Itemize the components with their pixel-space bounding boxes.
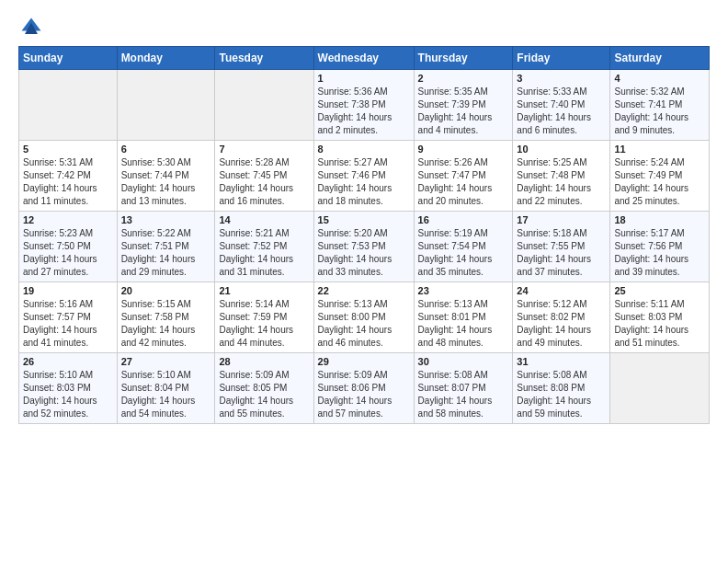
day-header-thursday: Thursday: [414, 47, 513, 70]
calendar-cell: 24Sunrise: 5:12 AM Sunset: 8:02 PM Dayli…: [513, 282, 610, 353]
day-info: Sunrise: 5:26 AM Sunset: 7:47 PM Dayligh…: [418, 156, 509, 208]
day-header-monday: Monday: [117, 47, 215, 70]
day-number: 7: [219, 144, 309, 155]
logo: [18, 15, 48, 40]
calendar-cell: 27Sunrise: 5:10 AM Sunset: 8:04 PM Dayli…: [117, 353, 215, 424]
day-number: 13: [121, 214, 211, 225]
day-number: 14: [219, 214, 309, 225]
day-number: 20: [121, 285, 211, 296]
calendar-cell: 16Sunrise: 5:19 AM Sunset: 7:54 PM Dayli…: [414, 212, 513, 282]
day-number: 25: [614, 285, 705, 296]
day-number: 24: [517, 285, 606, 296]
day-info: Sunrise: 5:24 AM Sunset: 7:49 PM Dayligh…: [614, 156, 705, 208]
calendar-cell: [215, 70, 313, 141]
day-number: 6: [121, 144, 211, 155]
day-info: Sunrise: 5:18 AM Sunset: 7:55 PM Dayligh…: [517, 227, 606, 279]
calendar-cell: 20Sunrise: 5:15 AM Sunset: 7:58 PM Dayli…: [117, 282, 215, 353]
calendar-cell: 12Sunrise: 5:23 AM Sunset: 7:50 PM Dayli…: [19, 212, 118, 282]
day-info: Sunrise: 5:21 AM Sunset: 7:52 PM Dayligh…: [219, 227, 309, 279]
calendar-cell: [610, 353, 710, 424]
day-header-saturday: Saturday: [610, 47, 710, 70]
day-number: 30: [418, 356, 509, 367]
calendar-cell: 7Sunrise: 5:28 AM Sunset: 7:45 PM Daylig…: [215, 141, 313, 212]
day-info: Sunrise: 5:36 AM Sunset: 7:38 PM Dayligh…: [318, 86, 410, 137]
day-number: 29: [318, 356, 410, 367]
day-info: Sunrise: 5:28 AM Sunset: 7:45 PM Dayligh…: [219, 156, 309, 208]
day-info: Sunrise: 5:33 AM Sunset: 7:40 PM Dayligh…: [517, 86, 606, 137]
day-number: 1: [318, 73, 410, 84]
day-info: Sunrise: 5:08 AM Sunset: 8:07 PM Dayligh…: [418, 369, 509, 420]
day-info: Sunrise: 5:13 AM Sunset: 8:01 PM Dayligh…: [418, 298, 509, 350]
calendar-cell: [19, 70, 118, 141]
calendar-cell: 10Sunrise: 5:25 AM Sunset: 7:48 PM Dayli…: [513, 141, 610, 212]
day-info: Sunrise: 5:17 AM Sunset: 7:56 PM Dayligh…: [614, 227, 705, 279]
week-row-5: 26Sunrise: 5:10 AM Sunset: 8:03 PM Dayli…: [19, 353, 710, 424]
day-number: 11: [614, 144, 705, 155]
calendar-cell: 14Sunrise: 5:21 AM Sunset: 7:52 PM Dayli…: [215, 212, 313, 282]
day-header-row: SundayMondayTuesdayWednesdayThursdayFrid…: [19, 47, 710, 70]
day-number: 21: [219, 285, 309, 296]
calendar-cell: 23Sunrise: 5:13 AM Sunset: 8:01 PM Dayli…: [414, 282, 513, 353]
calendar-cell: 22Sunrise: 5:13 AM Sunset: 8:00 PM Dayli…: [313, 282, 414, 353]
day-number: 27: [121, 356, 211, 367]
day-info: Sunrise: 5:15 AM Sunset: 7:58 PM Dayligh…: [121, 298, 211, 350]
day-number: 3: [517, 73, 606, 84]
calendar-cell: 2Sunrise: 5:35 AM Sunset: 7:39 PM Daylig…: [414, 70, 513, 141]
calendar-cell: 31Sunrise: 5:08 AM Sunset: 8:08 PM Dayli…: [513, 353, 610, 424]
page-header: [18, 15, 710, 40]
day-header-tuesday: Tuesday: [215, 47, 313, 70]
calendar-cell: 17Sunrise: 5:18 AM Sunset: 7:55 PM Dayli…: [513, 212, 610, 282]
calendar-cell: 8Sunrise: 5:27 AM Sunset: 7:46 PM Daylig…: [313, 141, 414, 212]
calendar-cell: 1Sunrise: 5:36 AM Sunset: 7:38 PM Daylig…: [313, 70, 414, 141]
day-info: Sunrise: 5:35 AM Sunset: 7:39 PM Dayligh…: [418, 86, 509, 137]
day-info: Sunrise: 5:20 AM Sunset: 7:53 PM Dayligh…: [318, 227, 410, 279]
day-number: 17: [517, 214, 606, 225]
calendar-cell: 13Sunrise: 5:22 AM Sunset: 7:51 PM Dayli…: [117, 212, 215, 282]
calendar-cell: 15Sunrise: 5:20 AM Sunset: 7:53 PM Dayli…: [313, 212, 414, 282]
day-header-sunday: Sunday: [19, 47, 118, 70]
day-info: Sunrise: 5:19 AM Sunset: 7:54 PM Dayligh…: [418, 227, 509, 279]
calendar-cell: 11Sunrise: 5:24 AM Sunset: 7:49 PM Dayli…: [610, 141, 710, 212]
day-info: Sunrise: 5:16 AM Sunset: 7:57 PM Dayligh…: [23, 298, 113, 350]
day-number: 28: [219, 356, 309, 367]
day-info: Sunrise: 5:23 AM Sunset: 7:50 PM Dayligh…: [23, 227, 113, 279]
calendar-cell: 29Sunrise: 5:09 AM Sunset: 8:06 PM Dayli…: [313, 353, 414, 424]
day-info: Sunrise: 5:09 AM Sunset: 8:05 PM Dayligh…: [219, 369, 309, 420]
day-number: 19: [23, 285, 113, 296]
day-number: 10: [517, 144, 606, 155]
day-number: 31: [517, 356, 606, 367]
day-info: Sunrise: 5:11 AM Sunset: 8:03 PM Dayligh…: [614, 298, 705, 350]
day-number: 23: [418, 285, 509, 296]
day-info: Sunrise: 5:08 AM Sunset: 8:08 PM Dayligh…: [517, 369, 606, 420]
day-number: 15: [318, 214, 410, 225]
day-number: 16: [418, 214, 509, 225]
week-row-4: 19Sunrise: 5:16 AM Sunset: 7:57 PM Dayli…: [19, 282, 710, 353]
calendar-cell: 30Sunrise: 5:08 AM Sunset: 8:07 PM Dayli…: [414, 353, 513, 424]
calendar-cell: 21Sunrise: 5:14 AM Sunset: 7:59 PM Dayli…: [215, 282, 313, 353]
day-info: Sunrise: 5:13 AM Sunset: 8:00 PM Dayligh…: [318, 298, 410, 350]
calendar-cell: [117, 70, 215, 141]
week-row-1: 1Sunrise: 5:36 AM Sunset: 7:38 PM Daylig…: [19, 70, 710, 141]
day-header-friday: Friday: [513, 47, 610, 70]
day-number: 12: [23, 214, 113, 225]
day-info: Sunrise: 5:10 AM Sunset: 8:03 PM Dayligh…: [23, 369, 113, 420]
logo-icon: [18, 15, 44, 40]
day-number: 8: [318, 144, 410, 155]
calendar-cell: 19Sunrise: 5:16 AM Sunset: 7:57 PM Dayli…: [19, 282, 118, 353]
calendar-cell: 28Sunrise: 5:09 AM Sunset: 8:05 PM Dayli…: [215, 353, 313, 424]
day-number: 26: [23, 356, 113, 367]
calendar-table: SundayMondayTuesdayWednesdayThursdayFrid…: [18, 46, 710, 424]
calendar-cell: 25Sunrise: 5:11 AM Sunset: 8:03 PM Dayli…: [610, 282, 710, 353]
calendar-cell: 9Sunrise: 5:26 AM Sunset: 7:47 PM Daylig…: [414, 141, 513, 212]
calendar-cell: 6Sunrise: 5:30 AM Sunset: 7:44 PM Daylig…: [117, 141, 215, 212]
calendar-cell: 5Sunrise: 5:31 AM Sunset: 7:42 PM Daylig…: [19, 141, 118, 212]
day-info: Sunrise: 5:14 AM Sunset: 7:59 PM Dayligh…: [219, 298, 309, 350]
day-info: Sunrise: 5:25 AM Sunset: 7:48 PM Dayligh…: [517, 156, 606, 208]
day-info: Sunrise: 5:31 AM Sunset: 7:42 PM Dayligh…: [23, 156, 113, 208]
calendar-cell: 18Sunrise: 5:17 AM Sunset: 7:56 PM Dayli…: [610, 212, 710, 282]
day-number: 18: [614, 214, 705, 225]
day-number: 5: [23, 144, 113, 155]
day-info: Sunrise: 5:12 AM Sunset: 8:02 PM Dayligh…: [517, 298, 606, 350]
calendar-cell: 4Sunrise: 5:32 AM Sunset: 7:41 PM Daylig…: [610, 70, 710, 141]
day-number: 22: [318, 285, 410, 296]
